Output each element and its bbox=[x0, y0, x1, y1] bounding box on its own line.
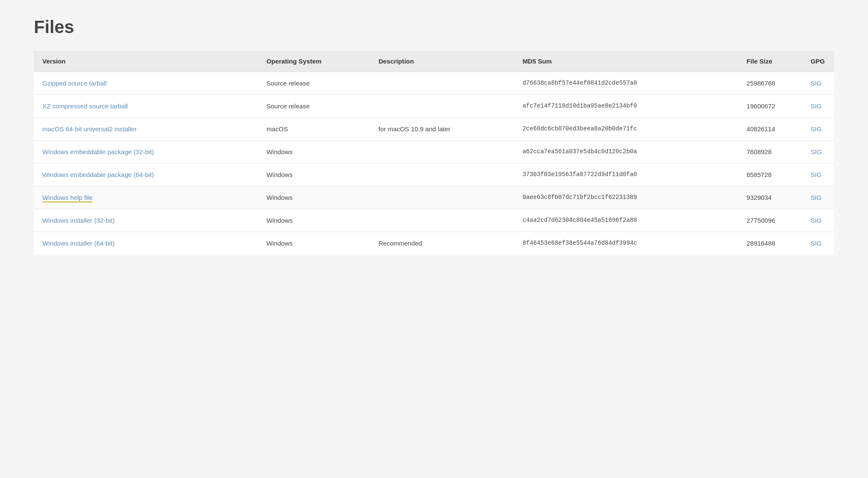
os-cell: Windows bbox=[258, 209, 370, 232]
os-cell: Windows bbox=[258, 232, 370, 255]
description-cell bbox=[370, 163, 514, 186]
md5-cell: 8f46453e68ef38e5544a76d84df3994c bbox=[514, 232, 738, 255]
sig-link[interactable]: SIG bbox=[810, 125, 821, 133]
md5-cell: 0aee63c8fb87dc71bf2bcc1f62231389 bbox=[514, 186, 738, 209]
table-row: Windows embeddable package (32-bit)Windo… bbox=[34, 141, 834, 163]
table-row: Windows help fileWindows0aee63c8fb87dc71… bbox=[34, 186, 834, 209]
sig-link[interactable]: SIG bbox=[810, 194, 821, 201]
table-row: Windows embeddable package (64-bit)Windo… bbox=[34, 163, 834, 186]
description-cell: for macOS 10.9 and later bbox=[370, 118, 514, 141]
files-table: Version Operating System Description MD5… bbox=[34, 51, 834, 254]
os-cell: Source release bbox=[258, 95, 370, 118]
file-link[interactable]: Windows installer (64-bit) bbox=[42, 240, 115, 247]
table-header-row: Version Operating System Description MD5… bbox=[34, 51, 834, 72]
filesize-cell: 28916488 bbox=[738, 232, 802, 255]
description-cell bbox=[370, 186, 514, 209]
header-gpg: GPG bbox=[802, 51, 834, 72]
filesize-cell: 8585728 bbox=[738, 163, 802, 186]
filesize-cell: 25986768 bbox=[738, 72, 802, 95]
table-row: Windows installer (64-bit)WindowsRecomme… bbox=[34, 232, 834, 255]
header-version: Version bbox=[34, 51, 258, 72]
os-cell: Windows bbox=[258, 163, 370, 186]
description-cell bbox=[370, 141, 514, 163]
file-link[interactable]: Windows embeddable package (64-bit) bbox=[42, 171, 154, 178]
file-link[interactable]: XZ compressed source tarball bbox=[42, 102, 128, 110]
md5-cell: c4aa2cd7d62304c804e45a51696f2a88 bbox=[514, 209, 738, 232]
file-link[interactable]: Windows help file bbox=[42, 194, 92, 202]
filesize-cell: 27750096 bbox=[738, 209, 802, 232]
file-link[interactable]: Windows installer (32-bit) bbox=[42, 217, 115, 224]
description-cell bbox=[370, 95, 514, 118]
table-row: Gzipped source tarballSource released766… bbox=[34, 72, 834, 95]
os-cell: Windows bbox=[258, 186, 370, 209]
table-row: XZ compressed source tarballSource relea… bbox=[34, 95, 834, 118]
header-filesize: File Size bbox=[738, 51, 802, 72]
filesize-cell: 19600672 bbox=[738, 95, 802, 118]
file-link[interactable]: Gzipped source tarball bbox=[42, 80, 107, 87]
header-md5: MD5 Sum bbox=[514, 51, 738, 72]
sig-link[interactable]: SIG bbox=[810, 240, 821, 247]
table-row: Windows installer (32-bit)Windowsc4aa2cd… bbox=[34, 209, 834, 232]
table-row: macOS 64-bit universal2 installermacOSfo… bbox=[34, 118, 834, 141]
sig-link[interactable]: SIG bbox=[810, 148, 821, 155]
md5-cell: afc7e14f7118d10d1ba95ae8e2134bf0 bbox=[514, 95, 738, 118]
filesize-cell: 40826114 bbox=[738, 118, 802, 141]
md5-cell: 37303f03e19563fa87722d9df11d0fa0 bbox=[514, 163, 738, 186]
filesize-cell: 9329034 bbox=[738, 186, 802, 209]
header-os: Operating System bbox=[258, 51, 370, 72]
header-description: Description bbox=[370, 51, 514, 72]
md5-cell: a62cca7ea561a037e54b4c0d120c2b0a bbox=[514, 141, 738, 163]
file-link[interactable]: macOS 64-bit universal2 installer bbox=[42, 125, 137, 133]
sig-link[interactable]: SIG bbox=[810, 217, 821, 224]
os-cell: Source release bbox=[258, 72, 370, 95]
description-cell bbox=[370, 72, 514, 95]
os-cell: macOS bbox=[258, 118, 370, 141]
os-cell: Windows bbox=[258, 141, 370, 163]
filesize-cell: 7608928 bbox=[738, 141, 802, 163]
md5-cell: d76638ca8bf57e44ef0841d2cde557a0 bbox=[514, 72, 738, 95]
description-cell: Recommended bbox=[370, 232, 514, 255]
sig-link[interactable]: SIG bbox=[810, 171, 821, 178]
file-link[interactable]: Windows embeddable package (32-bit) bbox=[42, 148, 154, 155]
md5-cell: 2ce68dc6cb870ed3beea8a20b0de71fc bbox=[514, 118, 738, 141]
sig-link[interactable]: SIG bbox=[810, 80, 821, 87]
page-title: Files bbox=[34, 17, 834, 37]
description-cell bbox=[370, 209, 514, 232]
sig-link[interactable]: SIG bbox=[810, 102, 821, 110]
